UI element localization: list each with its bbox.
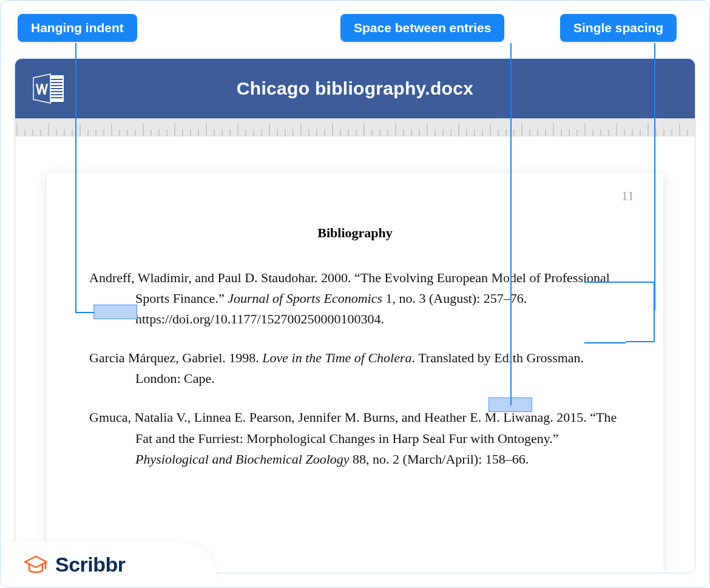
connector-line	[654, 43, 655, 310]
callout-single-spacing: Single spacing	[560, 14, 677, 42]
page-number: 11	[621, 188, 634, 204]
svg-marker-8	[33, 74, 50, 103]
outer-frame: Hanging indent Space between entries Sin…	[0, 0, 710, 588]
bibliography-entry: Gmuca, Natalia V., Linnea E. Pearson, Je…	[89, 407, 621, 469]
highlight-hanging-indent	[93, 305, 137, 319]
bibliography-entry: Andreff, Wladimir, and Paul D. Staudohar…	[89, 268, 621, 329]
connector-line	[510, 43, 512, 405]
word-document-icon	[32, 73, 65, 104]
entry-italic: Journal of Sports Economics	[228, 291, 382, 306]
entry-text: Gmuca, Natalia V., Linnea E. Pearson, Je…	[89, 410, 617, 445]
callout-hanging-indent: Hanging indent	[18, 14, 137, 42]
entry-text: Garcia Márquez, Gabriel. 1998.	[89, 350, 262, 365]
scribbr-logo-text: Scribbr	[55, 553, 126, 576]
page-background: 11 Bibliography Andreff, Wladimir, and P…	[15, 137, 695, 573]
callout-row: Hanging indent Space between entries Sin…	[1, 14, 709, 46]
document-page: 11 Bibliography Andreff, Wladimir, and P…	[47, 173, 663, 573]
scribbr-badge: Scribbr	[1, 542, 217, 587]
entry-text: 88, no. 2 (March/April): 158–66.	[350, 451, 529, 467]
ruler	[15, 118, 695, 137]
bracket-single-spacing	[626, 282, 655, 342]
connector-line	[75, 312, 95, 313]
document-filename: Chicago bibliography.docx	[65, 78, 678, 99]
bibliography-heading: Bibliography	[89, 225, 621, 241]
connector-line	[584, 342, 626, 343]
entry-italic: Love in the Time of Cholera	[262, 350, 411, 365]
connector-line	[584, 282, 626, 283]
bibliography-entry: Garcia Márquez, Gabriel. 1998. Love in t…	[89, 348, 621, 389]
title-bar: Chicago bibliography.docx	[15, 59, 695, 118]
entry-italic: Physiological and Biochemical Zoology	[135, 451, 350, 467]
scribbr-logo-icon	[24, 554, 48, 576]
connector-line	[75, 43, 76, 312]
callout-space-between: Space between entries	[340, 14, 504, 42]
